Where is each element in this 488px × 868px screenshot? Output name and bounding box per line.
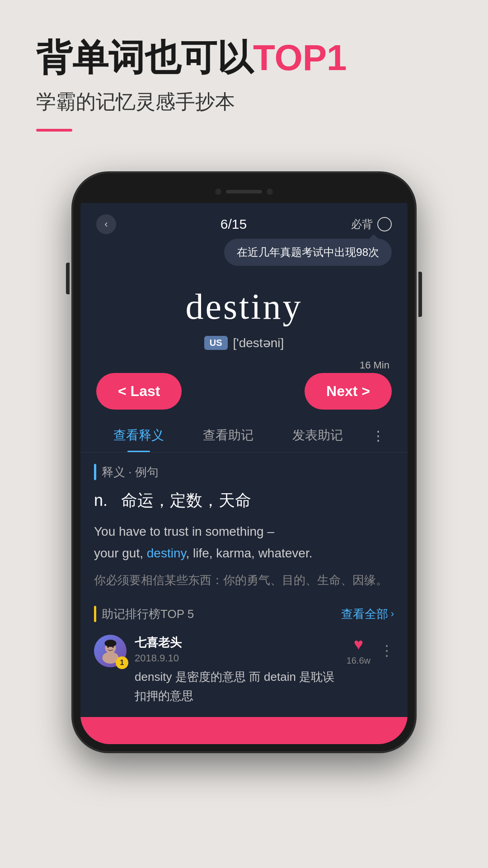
accent-line xyxy=(36,129,72,132)
def-section: 释义 · 例句 n. 命运，定数，天命 You have to trust in… xyxy=(80,453,408,601)
part-of-speech: n. xyxy=(94,491,108,509)
avatar-wrap: 1 xyxy=(94,635,127,667)
tab-definition-label: 查看释义 xyxy=(113,428,164,442)
nav-buttons: 16 Min < Last Next > xyxy=(80,359,408,419)
must-remember[interactable]: 必背 xyxy=(351,217,392,231)
must-remember-label: 必背 xyxy=(351,217,373,231)
tabs-row: 查看释义 查看助记 发表助记 ⋮ xyxy=(80,419,408,453)
user-name: 七喜老头 xyxy=(135,635,338,651)
subtitle: 学霸的记忆灵感手抄本 xyxy=(36,89,452,115)
time-label: 16 Min xyxy=(360,359,389,371)
tab-definition[interactable]: 查看释义 xyxy=(94,419,183,452)
tab-more-icon[interactable]: ⋮ xyxy=(362,420,394,452)
camera-dot-right xyxy=(267,189,273,195)
title-highlight: TOP1 xyxy=(253,38,347,78)
phone-top-bar xyxy=(80,180,408,203)
yellow-bar-icon xyxy=(94,606,96,622)
mnemonic-title-wrap: 助记排行榜TOP 5 xyxy=(94,606,194,622)
pink-strip xyxy=(80,717,408,744)
view-all-label: 查看全部 xyxy=(341,606,388,622)
us-badge: US xyxy=(204,336,228,350)
mnemonic-section: 助记排行榜TOP 5 查看全部 › xyxy=(80,601,408,719)
tab-mnemonic-label: 查看助记 xyxy=(203,428,253,442)
progress-text: 6/15 xyxy=(221,217,247,232)
example-en-part4: , life, karma, whatever. xyxy=(186,546,312,560)
next-button[interactable]: Next > xyxy=(305,373,392,410)
example-en-part1: You have to trust in something – xyxy=(94,524,274,538)
tooltip-bubble: 在近几年真题考试中出现98次 xyxy=(224,239,392,266)
word-nav: ‹ 6/15 必背 xyxy=(80,203,408,239)
definition-cn: n. 命运，定数，天命 xyxy=(94,488,394,513)
user-info: 七喜老头 2018.9.10 density 是密度的意思 而 detain 是… xyxy=(135,635,338,705)
word-text: destiny xyxy=(94,286,394,327)
example-en-part2: your gut, xyxy=(94,546,147,560)
camera-dot xyxy=(215,189,221,195)
user-entry: 1 七喜老头 2018.9.10 density 是密度的意思 而 detain… xyxy=(94,630,394,710)
phonetic: ['destəni] xyxy=(233,335,284,350)
example-en: You have to trust in something – your gu… xyxy=(94,521,394,564)
mnemonic-header: 助记排行榜TOP 5 查看全部 › xyxy=(94,606,394,622)
more-icon[interactable]: ⋮ xyxy=(380,642,394,659)
view-all-chevron-icon: › xyxy=(391,608,394,620)
title-start: 背单词也可以 xyxy=(36,38,253,78)
last-button-label: < Last xyxy=(118,383,160,400)
definition-text: 命运，定数，天命 xyxy=(121,491,251,509)
next-button-label: Next > xyxy=(326,383,370,400)
svg-point-4 xyxy=(104,640,116,647)
user-date: 2018.9.10 xyxy=(135,652,338,664)
like-wrap[interactable]: ♥ 16.6w xyxy=(347,635,371,666)
phone-screen: ‹ 6/15 必背 在近几年真题考试中出现98次 destiny US xyxy=(80,203,408,744)
tab-post-mnemonic[interactable]: 发表助记 xyxy=(273,419,362,452)
tab-post-mnemonic-label: 发表助记 xyxy=(292,428,343,442)
tooltip-wrap: 在近几年真题考试中出现98次 xyxy=(80,239,408,273)
main-title: 背单词也可以TOP1 xyxy=(36,36,452,80)
blue-bar-icon xyxy=(94,464,96,480)
must-remember-circle xyxy=(377,217,392,231)
phone-outer: ‹ 6/15 必背 在近几年真题考试中出现98次 destiny US xyxy=(72,172,416,752)
like-count: 16.6w xyxy=(347,656,371,666)
phone-wrapper: ‹ 6/15 必背 在近几年真题考试中出现98次 destiny US xyxy=(0,172,488,752)
word-main: destiny US ['destəni] xyxy=(80,273,408,359)
tab-mnemonic[interactable]: 查看助记 xyxy=(183,419,273,452)
user-actions: ♥ 16.6w ⋮ xyxy=(347,635,394,666)
rank-badge: 1 xyxy=(116,656,128,669)
camera-area xyxy=(215,189,273,195)
back-button[interactable]: ‹ xyxy=(96,214,116,234)
def-section-label: 释义 · 例句 xyxy=(102,464,159,480)
last-button[interactable]: < Last xyxy=(96,373,182,410)
example-cn: 你必须要相信某些东西：你的勇气、目的、生命、因缘。 xyxy=(94,570,394,590)
user-content: density 是密度的意思 而 detain 是耽误扣押的意思 xyxy=(135,668,338,705)
top-section: 背单词也可以TOP1 学霸的记忆灵感手抄本 xyxy=(0,0,488,172)
speaker xyxy=(226,190,262,193)
section-label-def: 释义 · 例句 xyxy=(94,464,394,480)
phone-inner: ‹ 6/15 必背 在近几年真题考试中出现98次 destiny US xyxy=(80,180,408,744)
heart-icon: ♥ xyxy=(354,635,363,654)
example-en-highlight: destiny xyxy=(147,546,186,560)
mnemonic-title-text: 助记排行榜TOP 5 xyxy=(102,606,194,622)
pronunciation: US ['destəni] xyxy=(94,335,394,350)
view-all-button[interactable]: 查看全部 › xyxy=(341,606,394,622)
